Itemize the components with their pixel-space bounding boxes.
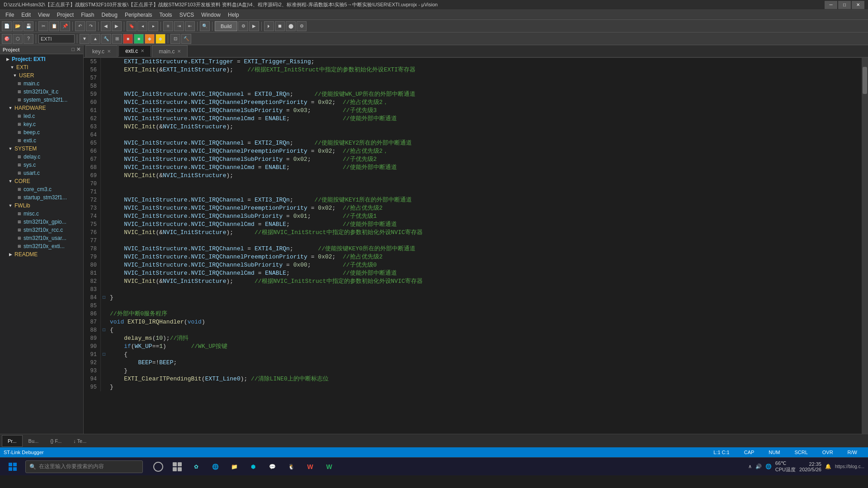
tree-system-folder[interactable]: ▼ SYSTEM: [0, 145, 83, 153]
code-scrollbar[interactable]: [862, 58, 868, 434]
find-btn[interactable]: 🔍: [200, 21, 210, 31]
scrollbar-thumb[interactable]: [863, 67, 867, 94]
tree-exti-c[interactable]: ⊞ exti.c: [0, 136, 83, 145]
cut-btn[interactable]: ✂: [38, 21, 48, 31]
menu-view[interactable]: View: [34, 10, 53, 20]
green-btn[interactable]: ■: [134, 34, 144, 44]
taskbar-search-box[interactable]: 🔍 在这里输入你要搜索的内容: [25, 460, 143, 473]
menu-project[interactable]: Project: [53, 10, 77, 20]
debug-stop-btn[interactable]: ⏹: [275, 21, 285, 31]
menu-svcs[interactable]: SVCS: [176, 10, 198, 20]
run-btn[interactable]: ▶: [249, 21, 259, 31]
line-fold-91[interactable]: □: [101, 351, 107, 359]
taskbar-petal-icon[interactable]: ✿: [188, 459, 204, 475]
tree-main-c[interactable]: ⊞ main.c: [0, 80, 83, 88]
debug-start-btn[interactable]: ⏵: [264, 21, 274, 31]
tray-network-icon[interactable]: 🌐: [765, 464, 772, 469]
undo-btn[interactable]: ↶: [75, 21, 85, 31]
menu-flash[interactable]: Flash: [77, 10, 98, 20]
tree-misc-c[interactable]: ⊞ misc.c: [0, 210, 83, 218]
sidebar-close-icon[interactable]: ✕: [76, 47, 80, 52]
breakpoint-btn[interactable]: ⬤: [286, 21, 296, 31]
target-config-btn[interactable]: 🔧: [101, 34, 111, 44]
start-button[interactable]: [4, 459, 22, 475]
settings-btn[interactable]: ⚙: [297, 21, 307, 31]
copy-btn[interactable]: 📋: [49, 21, 59, 31]
wrench-btn[interactable]: 🔨: [181, 34, 191, 44]
tree-core-cm3[interactable]: ⊞ core_cm3.c: [0, 185, 83, 193]
tab-exti-c[interactable]: exti.c ✕: [118, 45, 151, 57]
tree-rcc-c[interactable]: ⊞ stm32f10x_rcc.c: [0, 226, 83, 234]
outdent-btn[interactable]: ⇤: [185, 21, 195, 31]
help-btn[interactable]: ?: [24, 34, 33, 44]
tree-user-folder[interactable]: ▼ USER: [0, 71, 83, 80]
taskbar-task-view-icon[interactable]: [169, 459, 185, 475]
format-btn[interactable]: ≡: [163, 21, 173, 31]
bottom-tab-functions[interactable]: {} F...: [44, 435, 67, 447]
menu-edit[interactable]: Edit: [18, 10, 34, 20]
bottom-tab-project[interactable]: Pr...: [2, 435, 23, 447]
tab-main-c-close[interactable]: ✕: [177, 49, 181, 54]
menu-debug[interactable]: Debug: [98, 10, 121, 20]
tab-key-c-close[interactable]: ✕: [107, 49, 111, 54]
taskbar-wechat-icon[interactable]: 💬: [264, 459, 280, 475]
taskbar-qq-icon[interactable]: 🐧: [283, 459, 299, 475]
prev-bookmark-btn[interactable]: ◂: [137, 21, 147, 31]
tree-stm32f10x-it[interactable]: ⊞ stm32f10x_it.c: [0, 88, 83, 96]
logo-btn[interactable]: ⬡: [13, 34, 23, 44]
close-button[interactable]: ✕: [852, 1, 864, 9]
line-fold-84[interactable]: □: [101, 294, 107, 302]
new-multi-btn[interactable]: ⊞: [112, 34, 122, 44]
tree-startup[interactable]: ⊞ startup_stm32f1...: [0, 193, 83, 202]
search-input[interactable]: [38, 34, 75, 43]
menu-help[interactable]: Help: [224, 10, 243, 20]
tree-core-folder[interactable]: ▼ CORE: [0, 177, 83, 185]
tree-readme-folder[interactable]: ▶ README: [0, 250, 83, 258]
system-clock[interactable]: 22:35 2020/5/26: [799, 461, 821, 472]
taskbar-cortana-icon[interactable]: [150, 459, 166, 475]
maximize-button[interactable]: □: [838, 1, 851, 9]
forward-btn[interactable]: ▶: [112, 21, 122, 31]
tree-key-c[interactable]: ⊞ key.c: [0, 120, 83, 128]
taskbar-wps2-icon[interactable]: W: [321, 459, 337, 475]
tree-beep-c[interactable]: ⊞ beep.c: [0, 128, 83, 136]
taskbar-edge-icon[interactable]: 🌐: [207, 459, 223, 475]
code-content[interactable]: 55 EXTI_InitStructure.EXTI_Trigger = EXT…: [84, 58, 862, 434]
taskbar-ie-icon[interactable]: ⬢: [245, 459, 261, 475]
tree-exti-folder[interactable]: ▼ EXTI: [0, 63, 83, 71]
menu-peripherals[interactable]: Peripherals: [121, 10, 156, 20]
indent-btn[interactable]: ⇥: [174, 21, 184, 31]
sidebar-expand-icon[interactable]: □: [71, 47, 75, 52]
tree-usart-c[interactable]: ⊞ usart.c: [0, 169, 83, 177]
back-btn[interactable]: ◀: [101, 21, 111, 31]
bottom-tab-build[interactable]: Bu...: [23, 435, 45, 447]
tree-exti2-c[interactable]: ⊞ stm32f10x_exti...: [0, 242, 83, 250]
line-fold-88[interactable]: □: [101, 326, 107, 334]
bottom-tab-templates[interactable]: ↓ Te...: [67, 435, 92, 447]
taskbar-wps-icon[interactable]: W: [302, 459, 318, 475]
paste-btn[interactable]: 📌: [60, 21, 70, 31]
bookmark-btn[interactable]: 🔖: [127, 21, 137, 31]
target-btn[interactable]: 🎯: [2, 34, 12, 44]
build-button[interactable]: Build: [215, 21, 237, 31]
open-btn[interactable]: 📂: [13, 21, 23, 31]
minimize-button[interactable]: ─: [825, 1, 837, 9]
prev-error-btn[interactable]: ▲: [90, 34, 100, 44]
redo-btn[interactable]: ↷: [86, 21, 96, 31]
tray-chevron-icon[interactable]: ∧: [748, 464, 752, 469]
color1-btn[interactable]: ■: [123, 34, 133, 44]
taskbar-explorer-icon[interactable]: 📁: [226, 459, 242, 475]
yellow-btn[interactable]: ◆: [156, 34, 165, 44]
next-error-btn[interactable]: ▼: [80, 34, 90, 44]
tree-hardware-folder[interactable]: ▼ HARDWARE: [0, 104, 83, 112]
notification-icon[interactable]: 🔔: [825, 464, 831, 469]
save-btn[interactable]: 💾: [24, 21, 33, 31]
tab-main-c[interactable]: main.c ✕: [152, 45, 188, 57]
tree-system-stm32[interactable]: ⊞ system_stm32f1...: [0, 96, 83, 104]
tab-key-c[interactable]: key.c ✕: [85, 45, 118, 57]
menu-file[interactable]: File: [2, 10, 18, 20]
tree-sys-c[interactable]: ⊞ sys.c: [0, 161, 83, 169]
tree-usart2-c[interactable]: ⊞ stm32f10x_usar...: [0, 234, 83, 242]
window-toggle-btn[interactable]: ⊡: [170, 34, 180, 44]
menu-window[interactable]: Window: [198, 10, 224, 20]
